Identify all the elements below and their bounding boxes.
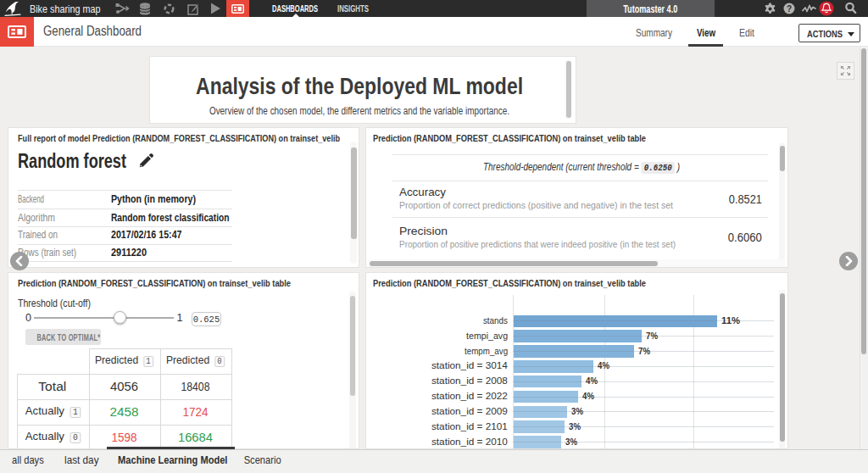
svg-text:?: ? [787,4,792,14]
